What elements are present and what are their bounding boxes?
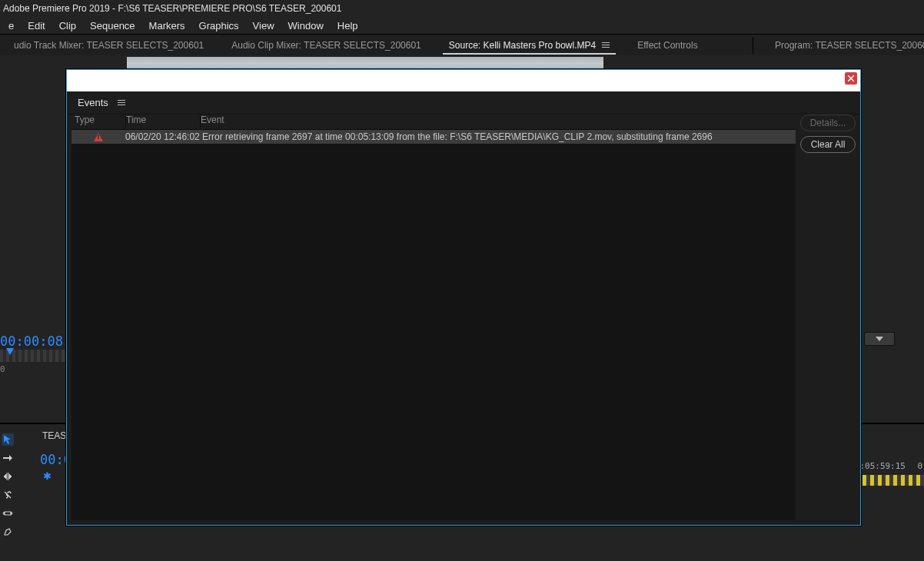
menu-file[interactable]: e [2, 20, 21, 32]
source-time-ruler[interactable] [0, 350, 66, 362]
event-row[interactable]: 06/02/20 12:46:02 Error retrieving frame… [71, 130, 796, 144]
events-list: Type Time Event 06/02/20 12:46:02 Error … [71, 115, 796, 520]
tab-program[interactable]: Program: TEASER SELECTS_200601 [761, 40, 924, 51]
dialog-titlebar[interactable] [67, 70, 860, 91]
tab-label: Program: TEASER SELECTS_200601 [775, 40, 924, 51]
events-header: Type Time Event [71, 115, 796, 130]
ruler-tick-label: 0 [0, 364, 5, 374]
panel-menu-icon[interactable] [602, 42, 610, 48]
tab-source[interactable]: Source: Kelli Masters Pro bowl.MP4 [435, 40, 623, 51]
zoom-dropdown[interactable] [864, 332, 895, 346]
sequence-tab[interactable]: TEASI [42, 430, 69, 441]
ripple-edit-tool-icon[interactable] [2, 470, 14, 483]
tab-audio-track-mixer[interactable]: udio Track Mixer: TEASER SELECTS_200601 [0, 40, 218, 51]
window-title: Adobe Premiere Pro 2019 - F:\S6 TEASER\P… [0, 0, 924, 17]
events-empty-area [71, 144, 796, 520]
details-button: Details... [800, 115, 856, 131]
tab-label: Source: Kelli Masters Pro bowl.MP4 [449, 40, 596, 51]
menu-sequence[interactable]: Sequence [83, 20, 142, 32]
tab-label: Audio Clip Mixer: TEASER SELECTS_200601 [231, 40, 421, 51]
events-dialog: Events Type Time Event 06/02/20 12:46:02 [66, 69, 861, 526]
tab-audio-clip-mixer[interactable]: Audio Clip Mixer: TEASER SELECTS_200601 [218, 40, 435, 51]
column-event[interactable]: Event [201, 115, 796, 129]
warning-icon [94, 133, 103, 141]
playhead-icon[interactable] [6, 348, 14, 355]
track-select-tool-icon[interactable] [2, 452, 14, 464]
menu-view[interactable]: View [246, 20, 281, 32]
menu-window[interactable]: Window [281, 20, 331, 32]
selection-tool-icon[interactable] [2, 433, 14, 446]
slip-tool-icon[interactable] [2, 507, 14, 520]
column-type[interactable]: Type [71, 115, 125, 129]
menu-edit[interactable]: Edit [21, 20, 52, 32]
clear-all-button[interactable]: Clear All [800, 136, 856, 153]
razor-tool-icon[interactable] [2, 489, 14, 501]
tab-effect-controls[interactable]: Effect Controls [623, 40, 711, 51]
event-type-cell [71, 133, 125, 141]
event-time-cell: 06/02/20 12:46:02 [125, 131, 199, 142]
chevron-down-icon [876, 337, 883, 341]
menu-bar: e Edit Clip Sequence Markers Graphics Vi… [0, 17, 924, 34]
tab-label: udio Track Mixer: TEASER SELECTS_200601 [14, 40, 204, 51]
events-panel-title[interactable]: Events [67, 91, 860, 115]
dialog-body: Events Type Time Event 06/02/20 12:46:02 [67, 91, 860, 525]
close-button[interactable] [845, 72, 857, 85]
close-icon [848, 75, 854, 81]
menu-clip[interactable]: Clip [52, 20, 83, 32]
tab-label: Effect Controls [637, 40, 697, 51]
pen-tool-icon[interactable] [2, 526, 14, 538]
panel-menu-icon[interactable] [118, 100, 125, 105]
column-time[interactable]: Time [126, 115, 200, 129]
menu-markers[interactable]: Markers [142, 20, 192, 32]
menu-help[interactable]: Help [331, 20, 365, 32]
panel-title-label: Events [78, 97, 108, 108]
panel-tab-row: udio Track Mixer: TEASER SELECTS_200601 … [0, 34, 924, 55]
events-side-buttons: Details... Clear All [796, 115, 856, 520]
menu-graphics[interactable]: Graphics [192, 20, 246, 32]
event-message-cell: Error retrieving frame 2697 at time 00:0… [199, 131, 796, 142]
program-ruler-tick: 0 [917, 461, 922, 471]
snap-icon[interactable]: ✱ [43, 470, 52, 482]
program-time-ruler[interactable] [863, 475, 924, 486]
tool-strip [0, 429, 15, 538]
